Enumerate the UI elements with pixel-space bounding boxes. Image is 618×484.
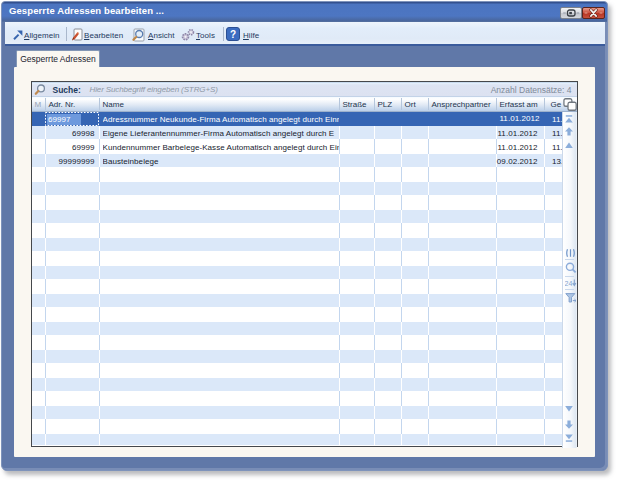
svg-text:?: ?	[230, 29, 236, 40]
svg-text:24: 24	[565, 280, 572, 287]
